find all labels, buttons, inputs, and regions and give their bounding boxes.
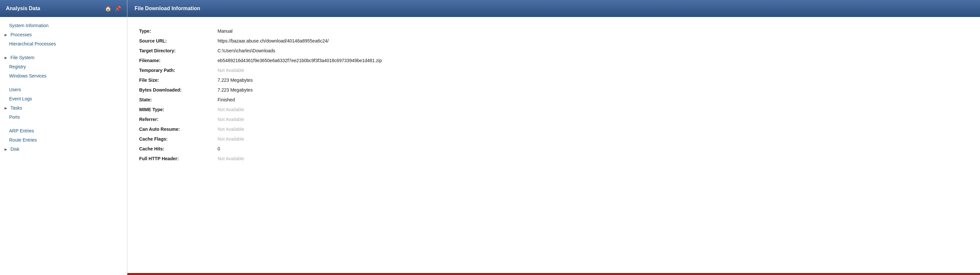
- info-value-bytes-downloaded: 7.223 Megabytes: [218, 85, 968, 95]
- expand-arrow-icon: ▶: [5, 147, 7, 151]
- sidebar-item-hierarchical-processes[interactable]: Hierarchical Processes: [0, 39, 127, 48]
- sidebar-item-label: Event Logs: [9, 96, 32, 101]
- sidebar-item-windows-services[interactable]: Windows Services: [0, 71, 127, 80]
- info-value-full-http-header: Not Available: [218, 153, 968, 163]
- expand-arrow-icon: ▶: [5, 56, 7, 59]
- info-value-state: Finished: [218, 95, 968, 105]
- sidebar-header-icons: 🏠 📌: [105, 6, 121, 12]
- info-label-full-http-header: Full HTTP Header:: [139, 153, 218, 163]
- sidebar-item-file-system[interactable]: ▶File System: [0, 53, 127, 62]
- info-value-cache-hits: 0: [218, 144, 968, 153]
- info-label-source-url: Source URL:: [139, 36, 218, 46]
- sidebar-item-event-logs[interactable]: Event Logs: [0, 94, 127, 103]
- sidebar-item-ports[interactable]: Ports: [0, 112, 127, 122]
- sidebar-item-route-entries[interactable]: Route Entries: [0, 135, 127, 144]
- bottom-border: [127, 273, 980, 275]
- sidebar-item-label: System Information: [9, 23, 49, 28]
- info-label-cache-flags: Cache Flags:: [139, 134, 218, 144]
- sidebar-gap: [0, 80, 127, 85]
- info-value-target-directory: C:\Users\charles\Downloads: [218, 46, 968, 56]
- sidebar-content: System Information▶ProcessesHierarchical…: [0, 17, 127, 275]
- info-label-file-size: File Size:: [139, 75, 218, 85]
- info-label-can-auto-resume: Can Auto Resume:: [139, 124, 218, 134]
- expand-arrow-icon: ▶: [5, 106, 7, 110]
- sidebar-item-label: Disk: [10, 147, 19, 152]
- info-value-filename: eb5489216d4361f9e3650e6a6332f7ee21b0bc9f…: [218, 56, 968, 66]
- main-content: File Download Information Type:ManualSou…: [127, 0, 980, 275]
- info-value-can-auto-resume: Not Available: [218, 124, 968, 134]
- sidebar-item-label: Processes: [10, 32, 32, 37]
- sidebar-item-processes[interactable]: ▶Processes: [0, 30, 127, 39]
- sidebar-item-registry[interactable]: Registry: [0, 62, 127, 71]
- sidebar-item-label: Route Entries: [9, 138, 37, 142]
- info-value-referrer: Not Available: [218, 114, 968, 124]
- info-value-file-size: 7.223 Megabytes: [218, 75, 968, 85]
- info-label-temporary-path: Temporary Path:: [139, 66, 218, 75]
- sidebar-item-label: ARP Entries: [9, 128, 34, 133]
- info-label-type: Type:: [139, 26, 218, 36]
- sidebar-header: Analysis Data 🏠 📌: [0, 0, 127, 17]
- main-header: File Download Information: [127, 0, 980, 17]
- info-value-temporary-path: Not Available: [218, 66, 968, 75]
- info-label-filename: Filename:: [139, 56, 218, 66]
- info-label-bytes-downloaded: Bytes Downloaded:: [139, 85, 218, 95]
- info-value-type: Manual: [218, 26, 968, 36]
- sidebar-item-label: Users: [9, 87, 21, 92]
- info-value-source-url: https://bazaar.abuse.ch/download/40146a8…: [218, 36, 968, 46]
- sidebar-item-label: File System: [10, 55, 34, 60]
- info-value-mime-type: Not Available: [218, 105, 968, 114]
- sidebar-item-users[interactable]: Users: [0, 85, 127, 94]
- sidebar-item-system-information[interactable]: System Information: [0, 21, 127, 30]
- sidebar-item-label: Tasks: [10, 105, 22, 110]
- sidebar-gap: [0, 48, 127, 53]
- sidebar-item-label: Hierarchical Processes: [9, 41, 56, 46]
- info-table: Type:ManualSource URL:https://bazaar.abu…: [139, 26, 968, 163]
- info-label-state: State:: [139, 95, 218, 105]
- info-label-referrer: Referrer:: [139, 114, 218, 124]
- sidebar-title: Analysis Data: [6, 6, 40, 11]
- info-label-mime-type: MIME Type:: [139, 105, 218, 114]
- expand-arrow-icon: ▶: [5, 33, 7, 37]
- info-label-target-directory: Target Directory:: [139, 46, 218, 56]
- sidebar-item-arp-entries[interactable]: ARP Entries: [0, 126, 127, 135]
- main-body: Type:ManualSource URL:https://bazaar.abu…: [127, 17, 980, 273]
- sidebar-item-label: Ports: [9, 114, 20, 120]
- sidebar-item-tasks[interactable]: ▶Tasks: [0, 103, 127, 112]
- info-value-cache-flags: Not Available: [218, 134, 968, 144]
- sidebar-item-label: Registry: [9, 64, 26, 69]
- sidebar-item-disk[interactable]: ▶Disk: [0, 144, 127, 153]
- main-header-title: File Download Information: [135, 6, 200, 11]
- sidebar-item-label: Windows Services: [9, 73, 46, 78]
- sidebar-gap: [0, 122, 127, 126]
- home-icon[interactable]: 🏠: [105, 6, 111, 12]
- pin-icon[interactable]: 📌: [115, 6, 121, 12]
- sidebar: Analysis Data 🏠 📌 System Information▶Pro…: [0, 0, 127, 275]
- info-label-cache-hits: Cache Hits:: [139, 144, 218, 153]
